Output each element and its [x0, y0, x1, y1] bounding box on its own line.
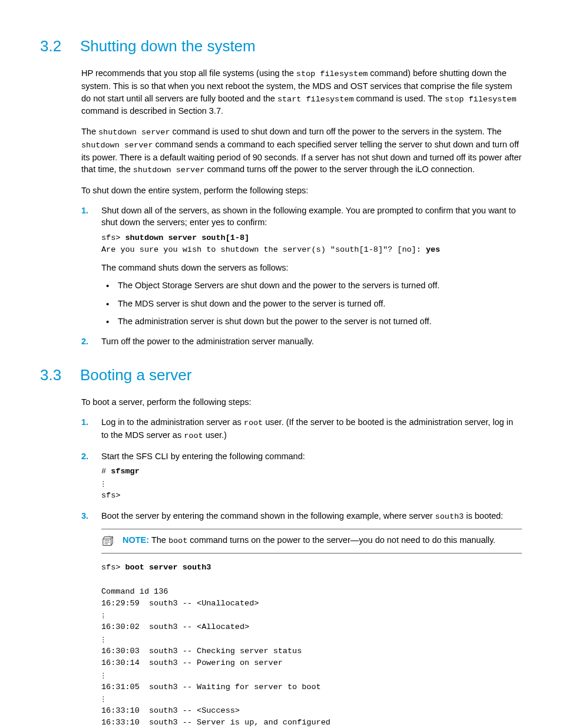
vertical-dots-icon: ... — [101, 610, 105, 621]
code-output: 16:33:10 south3 -- <Success> — [101, 706, 240, 715]
step-subtext: The command shuts down the servers as fo… — [101, 262, 522, 274]
boot-steps-list: 1. Log in to the administration server a… — [81, 416, 522, 728]
section-3-3-heading: 3.3 Booting a server — [40, 364, 522, 386]
text: The — [81, 127, 98, 136]
inline-code: shutdown server — [133, 166, 205, 174]
code-prompt: sfs> — [101, 563, 125, 572]
inline-code: stop filesystem — [296, 70, 368, 78]
section-title: Shutting down the system — [80, 35, 256, 57]
inline-code: root — [184, 431, 203, 440]
shutdown-steps-list: 1. Shut down all of the servers, as show… — [81, 205, 522, 348]
step-text: Start the SFS CLI by entering the follow… — [101, 452, 305, 461]
inline-code: shutdown server — [81, 141, 153, 150]
para-boot-intro: To boot a server, perform the following … — [81, 396, 522, 408]
text: command is described in Section 3.7. — [81, 106, 223, 116]
vertical-dots-icon: ... — [101, 478, 105, 489]
vertical-dots-icon: ... — [101, 634, 105, 644]
para-recommend: HP recommends that you stop all file sys… — [81, 67, 522, 117]
list-item: 2. Start the SFS CLI by entering the fol… — [81, 450, 522, 502]
inline-code: shutdown server — [98, 128, 170, 137]
code-prompt: # — [101, 467, 111, 476]
shutdown-effects-list: The Object Storage Servers are shut down… — [101, 279, 522, 327]
note-label: NOTE: — [123, 535, 149, 545]
list-item: 3. Boot the server by entering the comma… — [81, 510, 522, 728]
code-output: Command id 136 — [101, 587, 168, 596]
step-number: 1. — [81, 205, 88, 216]
code-output: 16:30:14 south3 -- Powering on server — [101, 658, 283, 667]
step-number: 1. — [81, 416, 88, 428]
text: is booted: — [464, 511, 503, 521]
text: command turns on the power to the server… — [187, 535, 495, 545]
section-number: 3.2 — [40, 35, 80, 57]
note-icon — [101, 535, 114, 547]
inline-code: boot — [168, 536, 187, 545]
section-title: Booting a server — [80, 364, 191, 386]
section-3-2-heading: 3.2 Shutting down the system — [40, 35, 522, 57]
code-command: sfsmgr — [111, 467, 140, 476]
list-item: 1. Log in to the administration server a… — [81, 416, 522, 442]
code-block-boot: sfs> boot server south3 Command id 136 1… — [101, 562, 522, 728]
code-output: 16:31:05 south3 -- Waiting for server to… — [101, 683, 321, 691]
code-output: 16:30:02 south3 -- <Allocated> — [101, 622, 249, 631]
text: command is used. The — [354, 94, 445, 103]
list-item: The MDS server is shut down and the powe… — [101, 298, 522, 309]
step-number: 2. — [81, 335, 88, 347]
vertical-dots-icon: ... — [101, 670, 105, 680]
code-command: shutdown server south[1-8] — [125, 233, 250, 242]
inline-code: stop filesystem — [445, 95, 517, 104]
vertical-dots-icon: ... — [101, 693, 105, 704]
code-prompt: sfs> — [101, 233, 125, 242]
text: user.) — [203, 430, 227, 440]
step-number: 3. — [81, 510, 88, 522]
code-block-sfsmgr: # sfsmgr ... sfs> — [101, 466, 522, 502]
para-steps-intro: To shut down the entire system, perform … — [81, 185, 522, 196]
code-output: 16:29:59 south3 -- <Unallocated> — [101, 599, 259, 608]
section-number: 3.3 — [40, 364, 80, 386]
code-output: 16:30:03 south3 -- Checking server statu… — [101, 647, 302, 655]
inline-code: root — [244, 419, 263, 427]
step-text: Turn off the power to the administration… — [101, 337, 314, 346]
para-shutdown-desc: The shutdown server command is used to s… — [81, 126, 522, 176]
list-item: The Object Storage Servers are shut down… — [101, 279, 522, 291]
inline-code: start filesystem — [277, 95, 354, 104]
code-input: yes — [426, 245, 440, 254]
text: Boot the server by entering the command … — [101, 511, 435, 521]
step-text: Shut down all of the servers, as shown i… — [101, 206, 516, 227]
note-callout: NOTE: The boot command turns on the powe… — [101, 529, 522, 554]
code-output: 16:33:10 south3 -- Server is up, and con… — [101, 718, 330, 727]
note-content: NOTE: The boot command turns on the powe… — [123, 534, 495, 547]
list-item: The administration server is shut down b… — [101, 315, 522, 327]
step-number: 2. — [81, 450, 88, 462]
text: The — [149, 535, 168, 545]
text: command is used to shut down and turn of… — [170, 127, 502, 136]
text: command turns off the power to the serve… — [204, 164, 474, 174]
list-item: 2. Turn off the power to the administrat… — [81, 335, 522, 347]
code-output: Are you sure you wish to shutdown the se… — [101, 245, 426, 254]
text: Log in to the administration server as — [101, 417, 244, 427]
inline-code: south3 — [435, 512, 464, 521]
list-item: 1. Shut down all of the servers, as show… — [81, 205, 522, 327]
code-output: sfs> — [101, 491, 120, 500]
code-command: boot server south3 — [125, 563, 211, 572]
code-block-shutdown: sfs> shutdown server south[1-8] Are you … — [101, 232, 522, 256]
text: HP recommends that you stop all file sys… — [81, 68, 296, 78]
